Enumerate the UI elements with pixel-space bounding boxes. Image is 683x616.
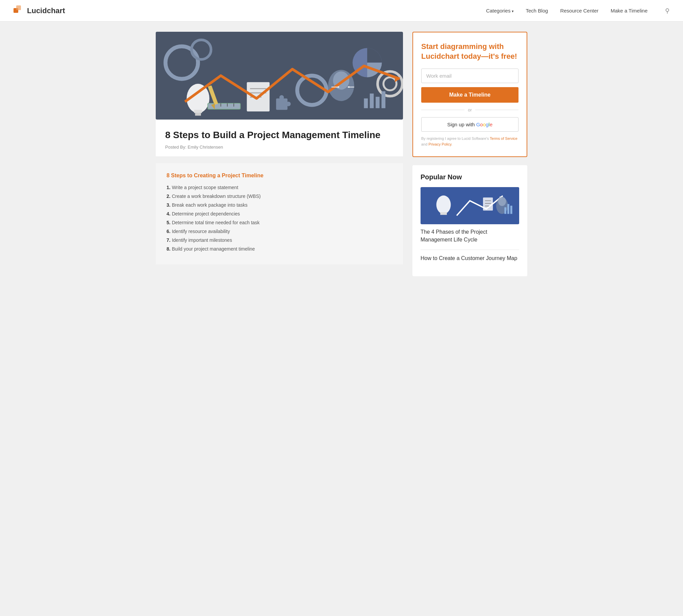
google-button-label: Sign up with (447, 122, 475, 127)
article-title: 8 Steps to Build a Project Management Ti… (165, 129, 394, 141)
search-icon[interactable]: ⚲ (665, 7, 669, 15)
svg-point-33 (279, 95, 284, 100)
terms-text: By registering I agree to Lucid Software… (421, 136, 519, 147)
article-meta: Posted By: Emily Christensen (165, 145, 394, 156)
logo-icon (14, 5, 24, 16)
svg-point-21 (306, 84, 318, 96)
list-item: 2.Create a work breakdown structure (WBS… (167, 194, 392, 199)
toc-link-1[interactable]: Write a project scope statement (172, 185, 239, 190)
list-item: 8.Build your project management timeline (167, 246, 392, 251)
list-item: 1.Write a project scope statement (167, 185, 392, 190)
popular-box: Popular Now (413, 165, 527, 276)
toc-title: 8 Steps to Creating a Project Timeline (167, 173, 392, 179)
nav-links: Categories Tech Blog Resource Center Mak… (486, 7, 669, 15)
signup-box: Start diagramming with Lucidchart today—… (413, 32, 527, 157)
or-divider: or (421, 107, 519, 112)
logo-text: Lucidchart (27, 6, 65, 15)
toc-link-5[interactable]: Determine total time needed for each tas… (172, 220, 260, 225)
svg-rect-30 (381, 91, 385, 108)
toc-list: 1.Write a project scope statement 2.Crea… (167, 185, 392, 251)
popular-now-title: Popular Now (421, 173, 519, 181)
hero-image (156, 32, 403, 119)
svg-rect-1 (16, 5, 21, 10)
page-layout: 8 Steps to Build a Project Management Ti… (149, 22, 534, 286)
make-timeline-button[interactable]: Make a Timeline (421, 87, 519, 103)
svg-point-4 (175, 56, 189, 69)
svg-rect-43 (483, 198, 493, 211)
signup-headline: Start diagramming with Lucidchart today—… (421, 42, 519, 61)
svg-point-34 (286, 102, 290, 106)
nav-categories[interactable]: Categories (486, 8, 514, 14)
svg-rect-28 (370, 93, 374, 108)
nav-resource-center[interactable]: Resource Center (560, 8, 598, 14)
svg-rect-27 (364, 98, 368, 108)
nav-make-timeline[interactable]: Make a Timeline (611, 8, 647, 14)
svg-rect-49 (504, 207, 506, 214)
svg-point-40 (436, 196, 451, 214)
toc-link-8[interactable]: Build your project management timeline (172, 246, 255, 251)
google-signup-button[interactable]: Sign up with Google (421, 117, 519, 132)
list-item: 7.Identify important milestones (167, 237, 392, 243)
list-item: 3.Break each work package into tasks (167, 202, 392, 208)
logo[interactable]: Lucidchart (14, 5, 65, 16)
popular-thumb-1 (421, 187, 519, 224)
svg-rect-8 (195, 113, 201, 116)
toc-box: 8 Steps to Creating a Project Timeline 1… (156, 163, 403, 264)
popular-item-1[interactable]: The 4 Phases of the Project Management L… (421, 187, 519, 243)
toc-link-6[interactable]: Identify resource availability (172, 229, 230, 234)
main-content: 8 Steps to Build a Project Management Ti… (156, 32, 403, 276)
popular-item-2[interactable]: How to Create a Customer Journey Map (421, 255, 519, 262)
toc-link-4[interactable]: Determine project dependencies (172, 211, 240, 217)
toc-link-7[interactable]: Identify important milestones (172, 237, 232, 243)
sidebar: Start diagramming with Lucidchart today—… (413, 32, 527, 276)
navigation: Lucidchart Categories Tech Blog Resource… (0, 0, 683, 22)
svg-rect-51 (510, 206, 512, 214)
terms-link[interactable]: Terms of Service (490, 136, 517, 140)
toc-link-2[interactable]: Create a work breakdown structure (WBS) (172, 194, 261, 199)
svg-rect-41 (440, 213, 446, 215)
list-item: 6.Identify resource availability (167, 229, 392, 234)
privacy-link[interactable]: Privacy Policy (428, 142, 451, 146)
popular-item-1-title: The 4 Phases of the Project Management L… (421, 228, 519, 243)
toc-link-3[interactable]: Break each work package into tasks (172, 202, 248, 208)
list-item: 4.Determine project dependencies (167, 211, 392, 217)
svg-rect-29 (376, 97, 380, 108)
svg-rect-7 (194, 110, 202, 113)
list-item: 5.Determine total time needed for each t… (167, 220, 392, 225)
article-header: 8 Steps to Build a Project Management Ti… (156, 119, 403, 156)
svg-rect-32 (276, 98, 287, 110)
svg-point-48 (498, 197, 506, 206)
popular-divider (421, 249, 519, 250)
google-icon: Google (476, 122, 492, 127)
svg-rect-50 (507, 204, 509, 214)
nav-tech-blog[interactable]: Tech Blog (526, 8, 548, 14)
popular-item-2-title: How to Create a Customer Journey Map (421, 255, 519, 262)
email-field[interactable] (421, 69, 519, 83)
